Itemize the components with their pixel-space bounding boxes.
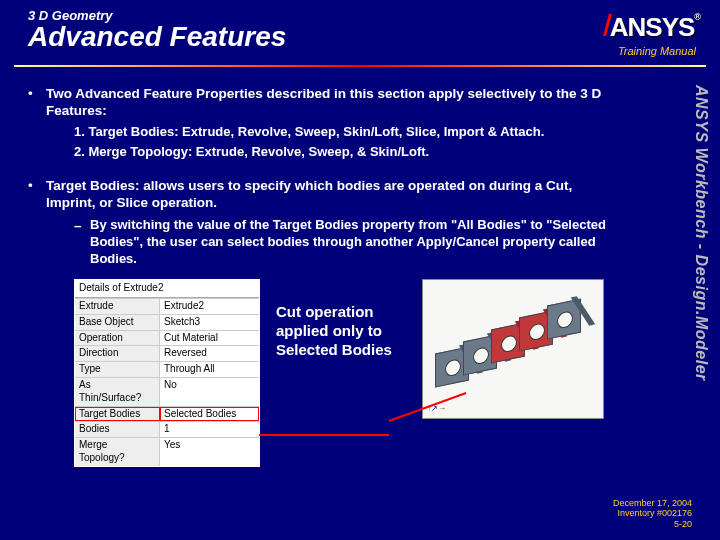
details-row: ExtrudeExtrude2 <box>75 298 259 314</box>
details-panel: Details of Extrude2 ExtrudeExtrude2Base … <box>74 279 260 467</box>
details-value: Through All <box>160 362 259 377</box>
side-label: ANSYS Workbench - Design.Modeler <box>692 85 710 381</box>
details-key: Direction <box>75 346 160 361</box>
details-row: Bodies1 <box>75 421 259 437</box>
details-row: As Thin/Surface?No <box>75 377 259 406</box>
slide-header: 3 D Geometry Advanced Features ANSYS® Tr… <box>0 0 720 61</box>
bullet-1: • Two Advanced Feature Properties descri… <box>28 85 625 120</box>
details-key: Base Object <box>75 315 160 330</box>
details-row: OperationCut Material <box>75 330 259 346</box>
details-value: Reversed <box>160 346 259 361</box>
lower-area: Details of Extrude2 ExtrudeExtrude2Base … <box>28 279 625 467</box>
details-value: Selected Bodies <box>160 407 259 422</box>
slide-footer: December 17, 2004 Inventory #002176 5-20 <box>613 498 692 530</box>
footer-date: December 17, 2004 <box>613 498 692 509</box>
details-key: Bodies <box>75 422 160 437</box>
training-manual-label: Training Manual <box>618 45 702 57</box>
details-key: As Thin/Surface? <box>75 378 160 406</box>
bullet-2: • Target Bodies: allows users to specify… <box>28 177 625 212</box>
details-value: Yes <box>160 438 259 466</box>
content-area: • Two Advanced Feature Properties descri… <box>0 67 665 467</box>
callout-text: Cut operation applied only to Selected B… <box>276 303 406 359</box>
slide-title: Advanced Features <box>28 21 286 53</box>
callout-connector-line <box>259 434 389 436</box>
bullet-1-text: Two Advanced Feature Properties describe… <box>46 85 625 120</box>
details-key: Extrude <box>75 299 160 314</box>
details-row: Base ObjectSketch3 <box>75 314 259 330</box>
details-row: TypeThrough All <box>75 361 259 377</box>
details-key: Type <box>75 362 160 377</box>
title-group: 3 D Geometry Advanced Features <box>28 8 286 53</box>
details-value: 1 <box>160 422 259 437</box>
logo-group: ANSYS® Training Manual <box>605 12 702 57</box>
bullet-2-sub-text: By switching the value of the Target Bod… <box>90 217 625 267</box>
footer-page: 5-20 <box>613 519 692 530</box>
footer-inventory: Inventory #002176 <box>613 508 692 519</box>
ansys-logo: ANSYS® <box>605 12 702 43</box>
details-value: Extrude2 <box>160 299 259 314</box>
bullet-2-sub: – By switching the value of the Target B… <box>74 217 625 267</box>
details-row: Merge Topology?Yes <box>75 437 259 466</box>
details-header: Details of Extrude2 <box>75 280 259 298</box>
details-key: Operation <box>75 331 160 346</box>
bullet-1-sub2: 2. Merge Topology: Extrude, Revolve, Swe… <box>74 144 625 161</box>
bullet-icon: • <box>28 85 46 120</box>
bullet-icon: • <box>28 177 46 212</box>
dash-icon: – <box>74 217 90 267</box>
details-key: Target Bodies <box>75 407 160 422</box>
details-rows: ExtrudeExtrude2Base ObjectSketch3Operati… <box>75 298 259 466</box>
details-value: Cut Material <box>160 331 259 346</box>
details-key: Merge Topology? <box>75 438 160 466</box>
bullet-1-sub1: 1. Target Bodies: Extrude, Revolve, Swee… <box>74 124 625 141</box>
details-value: No <box>160 378 259 406</box>
bullet-2-text: Target Bodies: allows users to specify w… <box>46 177 625 212</box>
details-row: DirectionReversed <box>75 345 259 361</box>
details-row: Target BodiesSelected Bodies <box>75 406 259 422</box>
details-value: Sketch3 <box>160 315 259 330</box>
